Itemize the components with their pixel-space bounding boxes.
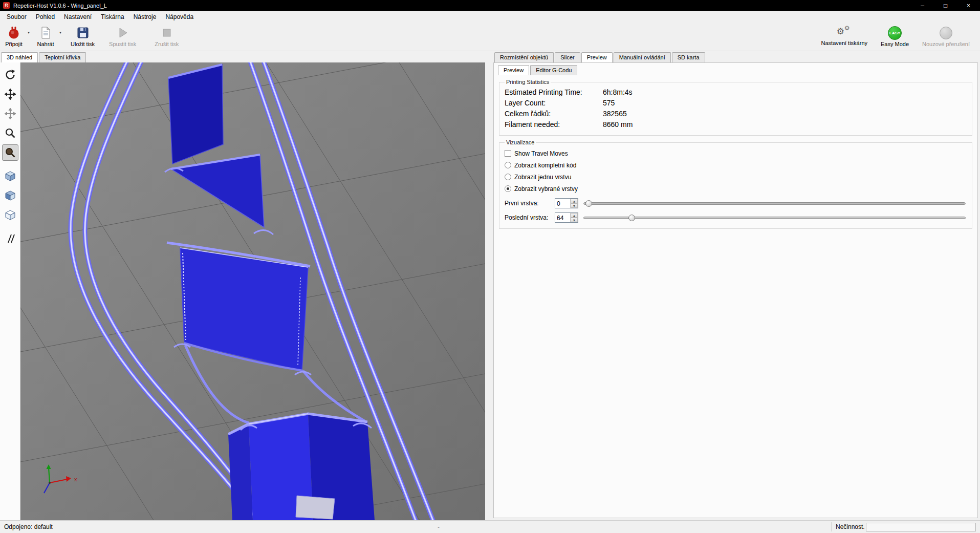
last-layer-value[interactable]: 64 [555, 213, 570, 222]
stat-label: Celkem řádků: [505, 109, 603, 119]
titlebar: R Repetier-Host V1.0.6 - Wing_panel_L – … [0, 0, 980, 11]
start-print-button: Spustit tisk [106, 23, 139, 47]
show-single-layer-radio[interactable] [505, 174, 511, 180]
easy-mode-label: Easy Mode [881, 41, 909, 47]
subtab-gcode-editor[interactable]: Editor G-Codu [530, 65, 577, 75]
status-center-text: - [438, 523, 440, 530]
view-top-button[interactable] [2, 207, 18, 223]
move-view-button[interactable] [2, 86, 18, 102]
print-progress-bar [866, 523, 976, 531]
move-object-button[interactable] [2, 105, 18, 122]
maximize-button[interactable]: □ [934, 0, 957, 11]
move-icon [5, 89, 16, 100]
slider-thumb[interactable] [585, 200, 592, 207]
subtab-preview[interactable]: Preview [498, 65, 529, 75]
last-layer-row: Poslední vrstva: 64 ▲ ▼ [505, 212, 967, 223]
tab-preview[interactable]: Preview [581, 52, 613, 62]
tab-temperature-curve[interactable]: Teplotní křivka [39, 52, 86, 62]
document-icon [39, 25, 52, 40]
close-button[interactable]: × [957, 0, 980, 11]
right-tab-strip: Rozmístění objektů Slicer Preview Manuál… [493, 51, 980, 62]
slider-thumb[interactable] [628, 215, 635, 221]
first-layer-row: První vrstva: 0 ▲ ▼ [505, 198, 967, 209]
view-tool-column [0, 62, 20, 520]
move-object-icon [5, 108, 16, 119]
show-complete-code-label: Zobrazit kompletní kód [514, 162, 576, 169]
show-layer-range-label: Zobrazit vybrané vrstvy [514, 185, 578, 193]
spinner-down-icon[interactable]: ▼ [571, 203, 578, 208]
activity-status: Nečinnost. [836, 523, 865, 530]
connect-button[interactable]: Připojit [0, 23, 28, 47]
gears-icon: ⚙ ⚙ [837, 25, 852, 39]
menu-nastroje[interactable]: Nástroje [129, 11, 161, 23]
show-layer-range-row: Zobrazit vybrané vrstvy [505, 183, 967, 195]
panel-splitter[interactable] [485, 51, 493, 520]
preview-subtab-strip: Preview Editor G-Codu [494, 65, 977, 75]
stat-value: 575 [603, 98, 615, 109]
printing-statistics-title: Printing Statistics [505, 79, 551, 85]
cube-isometric-icon [5, 170, 16, 182]
show-travel-moves-checkbox[interactable] [505, 150, 511, 157]
show-travel-moves-label: Show Travel Moves [514, 150, 568, 157]
load-label: Nahrát [37, 41, 54, 47]
show-travel-moves-row: Show Travel Moves [505, 147, 967, 159]
tab-3d-view[interactable]: 3D náhled [1, 52, 38, 62]
stat-label: Filament needed: [505, 119, 603, 130]
show-complete-code-radio[interactable] [505, 162, 511, 168]
spinner-up-icon[interactable]: ▲ [571, 199, 578, 203]
stat-row-lines: Celkem řádků: 382565 [505, 109, 967, 119]
window-controls: – □ × [911, 0, 980, 11]
slider-track[interactable] [583, 217, 966, 219]
first-layer-spinner[interactable]: 0 ▲ ▼ [555, 198, 578, 208]
minimize-button[interactable]: – [911, 0, 934, 11]
3d-viewport[interactable]: x [20, 62, 485, 520]
show-layer-range-radio[interactable] [505, 185, 511, 192]
load-button[interactable]: Nahrát [32, 23, 59, 47]
tab-sd-card[interactable]: SD karta [672, 52, 705, 62]
stat-value: 8660 mm [603, 119, 633, 130]
app-icon[interactable]: R [3, 2, 10, 9]
start-print-label: Spustit tisk [109, 41, 136, 47]
menu-napoveda[interactable]: Nápověda [161, 11, 198, 23]
connect-label: Připojit [5, 41, 23, 47]
window-title: Repetier-Host V1.0.6 - Wing_panel_L [13, 3, 107, 9]
last-layer-slider[interactable] [583, 212, 966, 223]
last-layer-label: Poslední vrstva: [505, 214, 555, 221]
load-dropdown-icon[interactable]: ▾ [59, 23, 63, 35]
menu-pohled[interactable]: Pohled [31, 11, 59, 23]
view-front-button[interactable] [2, 187, 18, 204]
view-tab-strip: 3D náhled Teplotní křivka [0, 51, 485, 62]
magnifier-icon [5, 127, 16, 139]
zoom-view-button[interactable] [2, 125, 18, 141]
stat-value: 382565 [603, 109, 627, 119]
status-separator [831, 522, 832, 531]
tab-manual-control[interactable]: Manuální ovládání [614, 52, 671, 62]
repetier-host-window: R Repetier-Host V1.0.6 - Wing_panel_L – … [0, 0, 980, 533]
view-isometric-button[interactable] [2, 168, 18, 184]
preview-page: Preview Editor G-Codu Printing Statistic… [493, 62, 978, 518]
tab-slicer[interactable]: Slicer [555, 52, 580, 62]
zoom-object-button[interactable] [2, 144, 18, 161]
save-print-button[interactable]: Uložit tisk [68, 23, 98, 47]
menu-soubor[interactable]: Soubor [2, 11, 31, 23]
rotate-view-button[interactable] [2, 67, 18, 83]
spinner-up-icon[interactable]: ▲ [571, 213, 578, 218]
slider-track[interactable] [583, 202, 966, 205]
stat-row-time: Estimated Printing Time: 6h:8m:4s [505, 87, 967, 98]
easy-mode-button[interactable]: EASY Easy Mode [878, 23, 912, 47]
save-print-label: Uložit tisk [71, 41, 95, 47]
first-layer-slider[interactable] [583, 198, 966, 208]
menu-nastaveni[interactable]: Nastavení [59, 11, 96, 23]
show-single-layer-row: Zobrazit jednu vrstvu [505, 171, 967, 183]
last-layer-spinner[interactable]: 64 ▲ ▼ [555, 212, 578, 223]
tab-object-placement[interactable]: Rozmístění objektů [494, 52, 554, 62]
stat-label: Estimated Printing Time: [505, 87, 603, 98]
spinner-down-icon[interactable]: ▼ [571, 218, 578, 222]
cube-top-icon [5, 209, 16, 221]
menubar: Soubor Pohled Nastavení Tiskárna Nástroj… [0, 11, 980, 23]
first-layer-value[interactable]: 0 [555, 199, 570, 208]
toggle-perspective-button[interactable] [2, 230, 18, 247]
printer-settings-button[interactable]: ⚙ ⚙ Nastavení tiskárny [818, 23, 870, 47]
menu-tiskarna[interactable]: Tiskárna [96, 11, 129, 23]
connect-dropdown-icon[interactable]: ▾ [28, 23, 32, 35]
